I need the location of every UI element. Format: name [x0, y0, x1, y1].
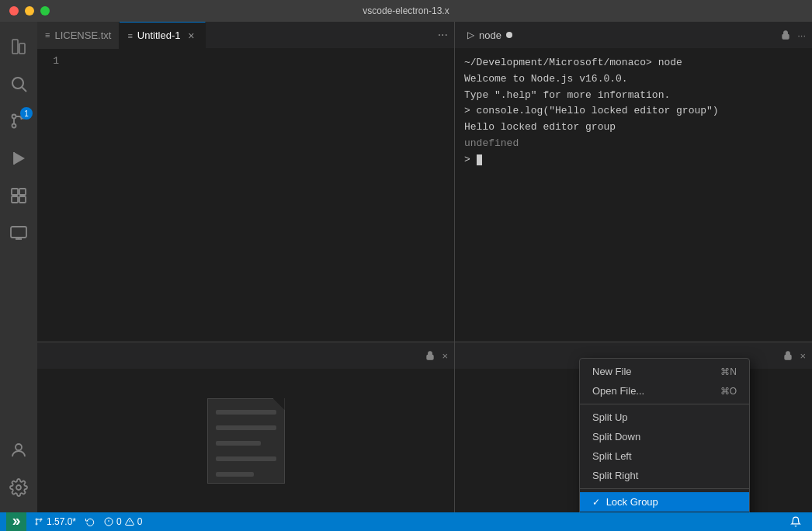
bottom-left-actions: ×	[425, 350, 448, 362]
error-icon	[104, 517, 113, 526]
bottom-left-close-button[interactable]: ×	[442, 350, 448, 362]
tab-bar-left: ≡ LICENSE.txt ≡ Untitled-1 × ···	[37, 22, 454, 49]
tab-untitled[interactable]: ≡ Untitled-1 ×	[120, 22, 206, 49]
svg-point-2	[12, 78, 23, 88]
editor-top-row: ≡ LICENSE.txt ≡ Untitled-1 × ··· 1	[37, 22, 812, 342]
svg-point-16	[16, 444, 22, 450]
menu-item-new-file[interactable]: New File ⌘N	[580, 362, 749, 381]
activity-bar: 1	[0, 22, 37, 512]
doc-line-5	[216, 472, 254, 477]
titlebar: vscode-electron-13.x	[0, 0, 812, 22]
lock-icon	[780, 30, 791, 40]
warning-count: 0	[137, 516, 143, 527]
sidebar-item-explorer[interactable]	[0, 28, 37, 65]
menu-item-content: ✓ Lock Group	[592, 496, 658, 508]
terminal-line-4: > console.log("Hello locked editor group…	[464, 103, 803, 120]
sidebar-item-account[interactable]	[0, 432, 37, 469]
editor-body[interactable]	[68, 55, 454, 335]
svg-point-5	[12, 124, 16, 128]
terminal-line-1: ~/Development/Microsoft/monaco> node	[464, 55, 803, 71]
terminal-actions: ···	[780, 30, 806, 41]
editor-group-bottom-right: × New File ⌘N Open File... ⌘O	[455, 342, 812, 512]
tab-close-untitled[interactable]: ×	[185, 30, 197, 42]
error-count: 0	[116, 516, 122, 527]
terminal-line-2: Welcome to Node.js v16.0.0.	[464, 71, 803, 88]
close-button[interactable]	[9, 6, 19, 16]
line-number: 1	[47, 55, 59, 67]
menu-item-label: Lock Group	[606, 496, 658, 508]
minimize-button[interactable]	[25, 6, 34, 16]
terminal-line-5: Hello locked editor group	[464, 120, 803, 136]
menu-separator-1	[580, 404, 749, 404]
menu-item-split-up[interactable]: Split Up	[580, 408, 749, 427]
menu-item-label: Split Left	[592, 450, 632, 462]
welcome-placeholder	[37, 370, 454, 512]
svg-point-17	[16, 485, 21, 490]
document-icon	[196, 394, 297, 488]
sidebar-item-search[interactable]	[0, 65, 37, 102]
svg-rect-0	[12, 40, 18, 54]
bottom-right-actions: ×	[783, 350, 806, 362]
doc-line-1	[216, 410, 276, 415]
menu-item-split-right[interactable]: Split Right	[580, 466, 749, 485]
editor-bottom-row: ×	[37, 342, 812, 512]
remote-icon	[11, 516, 22, 527]
sidebar-item-settings[interactable]	[0, 469, 37, 506]
bottom-left-lock-icon	[425, 350, 435, 361]
svg-point-22	[36, 523, 37, 525]
menu-item-split-left[interactable]: Split Left	[580, 446, 749, 466]
status-remote-button[interactable]	[6, 512, 26, 531]
doc-page	[207, 398, 285, 484]
svg-point-21	[36, 519, 37, 520]
menu-item-lock-group[interactable]: ✓ Lock Group	[580, 492, 749, 512]
doc-line-4	[216, 456, 276, 461]
terminal-more-button[interactable]: ···	[797, 30, 806, 41]
editor-area: ≡ LICENSE.txt ≡ Untitled-1 × ··· 1	[37, 22, 812, 512]
status-bell[interactable]	[786, 512, 806, 531]
menu-item-label: Open File...	[592, 385, 644, 397]
terminal-line-6: undefined	[464, 136, 803, 152]
branch-icon	[34, 517, 43, 526]
menu-item-shortcut: ⌘N	[720, 366, 737, 377]
line-numbers: 1	[37, 55, 68, 335]
svg-rect-13	[11, 227, 26, 238]
sync-icon	[85, 517, 95, 526]
terminal-status-dot	[506, 32, 512, 38]
sidebar-item-run[interactable]	[0, 140, 37, 177]
menu-check-icon: ✓	[592, 497, 600, 508]
menu-item-split-down[interactable]: Split Down	[580, 427, 749, 446]
status-git-branch[interactable]: 1.57.0*	[29, 512, 81, 531]
doc-line-2	[216, 425, 276, 430]
status-sync[interactable]	[81, 512, 99, 531]
terminal-tab-label: node	[479, 30, 501, 41]
svg-rect-20	[785, 355, 791, 359]
file-icon-untitled: ≡	[127, 31, 132, 40]
bottom-right-close-button[interactable]: ×	[800, 350, 806, 362]
tab-license[interactable]: ≡ LICENSE.txt	[37, 22, 120, 49]
editor-content-left[interactable]: 1	[37, 49, 454, 342]
maximize-button[interactable]	[40, 6, 50, 16]
svg-line-3	[23, 88, 27, 92]
activity-bar-bottom	[0, 432, 37, 512]
sidebar-item-source-control[interactable]: 1	[0, 102, 37, 140]
terminal-tab-node[interactable]: ▷ node	[461, 22, 519, 49]
svg-rect-9	[12, 189, 18, 195]
menu-item-open-file[interactable]: Open File... ⌘O	[580, 381, 749, 401]
terminal-line-7: >	[464, 152, 803, 168]
sidebar-item-extensions[interactable]	[0, 177, 37, 214]
sidebar-item-remote[interactable]	[0, 214, 37, 252]
terminal-content[interactable]: ~/Development/Microsoft/monaco> node Wel…	[455, 49, 812, 342]
terminal-line-3: Type ".help" for more information.	[464, 88, 803, 104]
editor-group-right: ▷ node ··· ~/Development/Microsoft/monac…	[455, 22, 812, 342]
svg-point-4	[12, 115, 16, 119]
status-bar: 1.57.0* 0 0	[0, 512, 812, 531]
svg-marker-7	[14, 152, 25, 165]
status-errors[interactable]: 0 0	[99, 512, 147, 531]
menu-item-label: Split Down	[592, 431, 640, 442]
svg-rect-1	[19, 43, 25, 54]
svg-rect-10	[19, 189, 26, 195]
tab-overflow-button[interactable]: ···	[432, 28, 454, 42]
git-branch-label: 1.57.0*	[47, 516, 76, 527]
menu-item-label: Split Up	[592, 411, 628, 423]
context-menu: New File ⌘N Open File... ⌘O Split Up Spl…	[579, 358, 750, 512]
